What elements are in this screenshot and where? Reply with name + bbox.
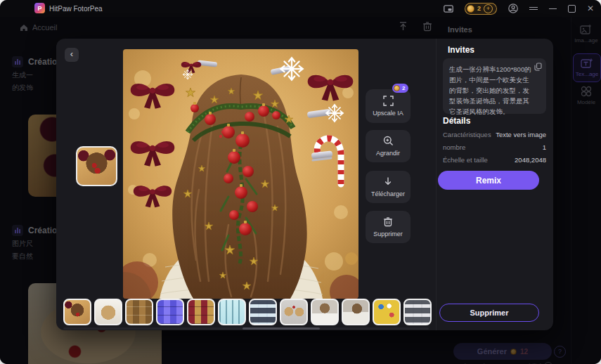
magnifier-plus-icon [383,136,394,146]
titlebar: P HitPaw FotorPea 2 + ✕ [0,0,601,17]
app-logo-icon: P [34,3,45,13]
action-label: Upscale IA [373,110,403,117]
thumbnail-gold-figure-grid[interactable] [125,299,153,325]
detail-row: Caractéristiques Texte vers image [443,131,546,138]
action-label: Agrandir [376,150,400,157]
upscale-cost: 2 [402,85,405,91]
minimize-button[interactable] [549,8,557,9]
coin-icon [394,85,400,91]
detail-value: 2048,2048 [515,156,546,164]
close-button[interactable]: ✕ [587,4,594,13]
thumbnail-blonde-braid[interactable] [94,299,122,325]
detail-label: nombre [443,143,465,151]
selected-thumbnail[interactable] [76,146,117,186]
action-label: Supprimer [373,230,403,238]
copy-icon[interactable] [534,63,542,71]
prompt-text: 生成一张分辨率1200*800的图片，中间是一个欧美女生的背影，突出她的发型，发… [449,64,532,117]
preview-modal: ‹ [56,39,553,330]
trash-icon [383,216,393,227]
thumbnail-cyan-figure-grid[interactable] [218,299,246,325]
thumbnail-comic-page[interactable] [373,299,401,325]
add-credits-icon[interactable]: + [484,4,493,13]
delete-button[interactable]: Supprimer [366,211,411,243]
thumbnail-blonde-pair[interactable] [280,299,308,325]
detail-row: Échelle et taille 2048,2048 [443,156,546,164]
scrollbar-thumb[interactable] [243,327,320,330]
action-label: Télécharger [371,190,405,197]
details-header: Détails [443,116,470,126]
strip-scrollbar[interactable] [63,327,429,330]
detail-value: 1 [543,143,546,151]
panel-divider [436,39,437,330]
detail-label: Échelle et taille [443,156,488,164]
credits-count: 2 [477,5,481,12]
download-icon [383,176,393,187]
back-button[interactable]: ‹ [65,48,79,62]
upscale-cost-badge: 2 [392,84,408,93]
detail-row: nombre 1 [443,143,546,151]
menu-icon[interactable] [529,7,538,11]
thumbnail-bride-back-alt[interactable] [342,299,370,325]
coin-icon [467,5,474,13]
app-window: P HitPaw FotorPea 2 + ✕ Accueil [0,0,601,364]
thumbnail-blue-dress-grid[interactable] [156,299,184,325]
thumbnail-men-portrait-grid-2[interactable] [403,299,432,325]
credits-pill[interactable]: 2 + [465,3,497,15]
prompt-header: Invites [448,45,474,55]
mini-window-icon[interactable] [444,5,453,13]
zoom-button[interactable]: Agrandir [366,130,411,162]
remix-button[interactable]: Remix [438,171,539,190]
thumbnail-men-portrait-grid[interactable] [249,299,277,325]
thumbnail-bride-back[interactable] [311,299,339,325]
download-button[interactable]: Télécharger [366,171,411,203]
prompt-box[interactable]: 生成一张分辨率1200*800的图片，中间是一个欧美女生的背影，突出她的发型，发… [443,58,546,114]
preview-image [123,49,358,299]
thumbnail-gown-grid[interactable] [187,299,215,325]
app-title: HitPaw FotorPea [49,5,103,13]
maximize-button[interactable] [568,5,576,13]
detail-value: Texte vers image [496,131,546,138]
upscale-button[interactable]: Upscale IA [366,89,411,123]
delete-outline-button[interactable]: Supprimer [439,304,539,322]
thumbnail-xmas-hair[interactable] [63,299,91,325]
account-icon[interactable] [508,4,518,13]
upscale-icon [383,96,394,106]
detail-label: Caractéristiques [443,131,491,138]
thumbnail-strip [63,299,432,325]
